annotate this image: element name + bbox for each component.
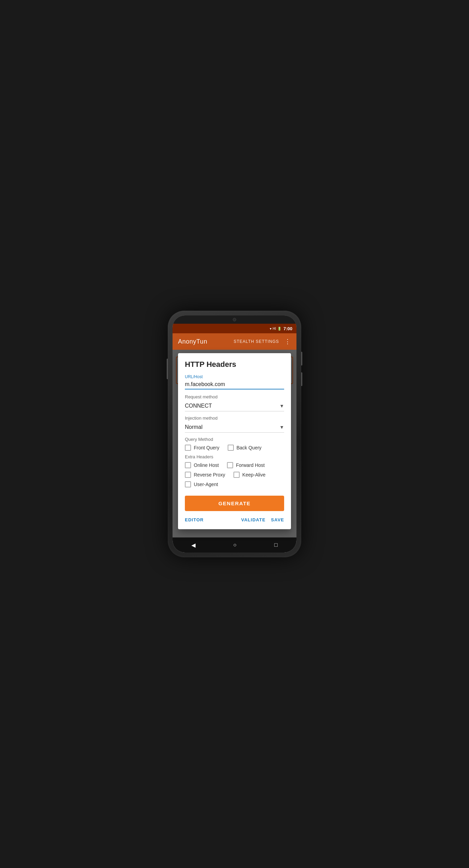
battery-icon: 🔋 xyxy=(277,327,281,331)
request-method-label: Request method xyxy=(185,394,284,399)
camera-area xyxy=(173,315,296,324)
back-query-checkbox[interactable]: Back Query xyxy=(228,445,262,451)
online-host-label: Online Host xyxy=(194,462,219,468)
reverse-proxy-checkbox[interactable]: Reverse Proxy xyxy=(185,472,225,478)
phone-frame: ▾ Hl 🔋 7:00 AnonyTun STEALTH SETTINGS ⋮ xyxy=(168,311,301,557)
forward-host-box xyxy=(227,462,233,468)
validate-button[interactable]: VALIDATE xyxy=(241,516,265,524)
keep-alive-checkbox[interactable]: Keep-Alive xyxy=(233,472,266,478)
signal-icon: Hl xyxy=(273,327,276,331)
back-button[interactable]: ◀ xyxy=(191,542,195,548)
phone-screen: ▾ Hl 🔋 7:00 AnonyTun STEALTH SETTINGS ⋮ xyxy=(173,315,296,553)
front-query-box xyxy=(185,445,191,451)
dialog-actions: EDITOR VALIDATE SAVE xyxy=(185,512,284,524)
main-content: HTTP Headers URL/Host Request method CON… xyxy=(173,350,296,537)
front-query-checkbox[interactable]: Front Query xyxy=(185,445,219,451)
user-agent-label: User-Agent xyxy=(194,482,218,487)
dialog-overlay: HTTP Headers URL/Host Request method CON… xyxy=(173,350,296,537)
power-button xyxy=(301,352,302,365)
forward-host-label: Forward Host xyxy=(236,462,265,468)
camera-lens xyxy=(233,318,236,321)
app-toolbar: AnonyTun STEALTH SETTINGS ⋮ xyxy=(173,333,296,350)
url-label: URL/Host xyxy=(185,374,284,379)
volume-left-button xyxy=(167,359,168,379)
query-method-label: Query Method xyxy=(185,437,284,442)
request-method-dropdown[interactable]: CONNECT ▼ xyxy=(185,401,284,411)
generate-button[interactable]: GENERATE xyxy=(185,496,284,511)
status-bar: ▾ Hl 🔋 7:00 xyxy=(173,324,296,333)
request-method-value: CONNECT xyxy=(185,403,212,409)
extra-headers-row-1: Online Host Forward Host xyxy=(185,462,284,468)
user-agent-box xyxy=(185,481,191,487)
status-time: 7:00 xyxy=(283,326,292,331)
volume-button xyxy=(301,372,302,386)
extra-headers-row-2: Reverse Proxy Keep-Alive xyxy=(185,472,284,478)
forward-host-checkbox[interactable]: Forward Host xyxy=(227,462,265,468)
more-options-icon[interactable]: ⋮ xyxy=(284,338,291,345)
online-host-checkbox[interactable]: Online Host xyxy=(185,462,219,468)
back-query-box xyxy=(228,445,234,451)
user-agent-checkbox[interactable]: User-Agent xyxy=(185,481,218,487)
wifi-icon: ▾ xyxy=(270,327,271,331)
injection-method-label: Injection method xyxy=(185,416,284,421)
home-button[interactable]: ○ xyxy=(233,542,237,548)
keep-alive-box xyxy=(233,472,240,478)
reverse-proxy-box xyxy=(185,472,191,478)
url-input[interactable] xyxy=(185,381,284,389)
request-method-arrow-icon: ▼ xyxy=(279,403,284,409)
extra-headers-row-3: User-Agent xyxy=(185,481,284,487)
online-host-box xyxy=(185,462,191,468)
editor-button[interactable]: EDITOR xyxy=(185,516,204,524)
right-actions: VALIDATE SAVE xyxy=(241,516,284,524)
injection-method-value: Normal xyxy=(185,424,203,430)
query-checkboxes-row: Front Query Back Query xyxy=(185,445,284,451)
injection-method-arrow-icon: ▼ xyxy=(279,424,284,430)
http-headers-dialog: HTTP Headers URL/Host Request method CON… xyxy=(178,353,291,529)
injection-method-dropdown[interactable]: Normal ▼ xyxy=(185,422,284,433)
keep-alive-label: Keep-Alive xyxy=(242,472,266,478)
dialog-title: HTTP Headers xyxy=(185,360,284,369)
back-query-label: Back Query xyxy=(237,445,262,450)
app-title: AnonyTun xyxy=(178,338,207,345)
save-button[interactable]: SAVE xyxy=(271,516,284,524)
status-icons: ▾ Hl 🔋 xyxy=(270,327,281,331)
screen-title: STEALTH SETTINGS xyxy=(234,339,279,344)
front-query-label: Front Query xyxy=(194,445,219,450)
bottom-nav: ◀ ○ □ xyxy=(173,537,296,553)
extra-headers-label: Extra Headers xyxy=(185,454,284,459)
toolbar-right: STEALTH SETTINGS ⋮ xyxy=(234,338,291,345)
reverse-proxy-label: Reverse Proxy xyxy=(194,472,225,478)
recents-button[interactable]: □ xyxy=(274,542,278,548)
